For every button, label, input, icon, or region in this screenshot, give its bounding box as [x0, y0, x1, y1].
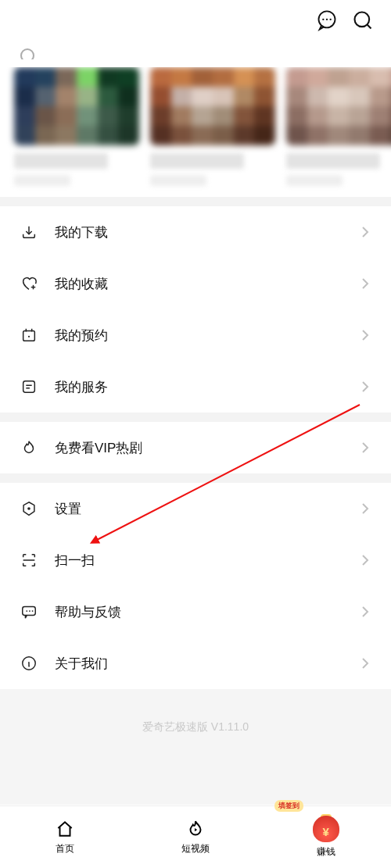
menu-item-label: 免费看VIP热剧 [55, 439, 361, 457]
download-icon [20, 223, 38, 241]
tab-earn-money[interactable]: ¥ 填签到 赚钱 [260, 806, 391, 868]
chat-dots-icon [20, 603, 38, 620]
chevron-right-icon [361, 605, 369, 618]
menu-my-services[interactable]: 我的服务 [0, 361, 391, 413]
svg-point-4 [355, 13, 370, 27]
menu-item-label: 我的预约 [55, 327, 361, 345]
menu-my-favorites[interactable]: 我的收藏 [0, 258, 391, 309]
chevron-right-icon [361, 502, 369, 515]
calendar-icon [20, 327, 38, 344]
chat-icon[interactable] [316, 9, 338, 34]
menu-about-us[interactable]: 关于我们 [0, 638, 391, 689]
svg-point-2 [326, 19, 328, 20]
chevron-right-icon [361, 277, 369, 290]
menu-group-1: 我的下载 我的收藏 我的预约 我的服务 [0, 206, 391, 413]
menu-item-label: 我的下载 [55, 223, 361, 241]
earn-badge: 填签到 [274, 800, 303, 812]
svg-point-11 [29, 610, 30, 612]
menu-item-label: 关于我们 [55, 655, 361, 673]
top-bar [0, 0, 391, 44]
flame-icon [20, 439, 38, 456]
menu-item-label: 帮助与反馈 [55, 603, 361, 621]
menu-help-feedback[interactable]: 帮助与反馈 [0, 586, 391, 638]
tab-short-video[interactable]: 短视频 [131, 806, 261, 868]
chevron-right-icon [361, 380, 369, 393]
menu-group-3: 设置 扫一扫 帮助与反馈 关于我们 [0, 483, 391, 689]
heart-plus-icon [20, 275, 38, 292]
hex-gear-icon [20, 500, 38, 517]
svg-point-10 [26, 610, 27, 612]
version-text: 爱奇艺极速版 V1.11.0 [0, 689, 391, 805]
chevron-right-icon [361, 226, 369, 238]
menu-my-reservations[interactable]: 我的预约 [0, 309, 391, 361]
menu-my-downloads[interactable]: 我的下载 [0, 206, 391, 258]
menu-item-label: 我的服务 [55, 378, 361, 396]
svg-rect-7 [23, 381, 35, 393]
list-box-icon [20, 378, 38, 395]
section-header-partial [0, 44, 391, 59]
thumb-card[interactable] [14, 67, 139, 186]
svg-point-3 [330, 19, 332, 20]
menu-item-label: 设置 [55, 500, 361, 518]
info-icon [20, 655, 38, 672]
svg-point-6 [28, 336, 30, 338]
tab-label: 短视频 [181, 842, 210, 855]
menu-settings[interactable]: 设置 [0, 483, 391, 534]
scan-icon [20, 552, 38, 569]
home-icon [55, 819, 75, 839]
svg-point-8 [27, 507, 30, 510]
menu-item-label: 扫一扫 [55, 552, 361, 570]
chevron-right-icon [361, 441, 369, 454]
menu-group-2: 免费看VIP热剧 [0, 422, 391, 473]
bottom-tab-bar: 首页 短视频 ¥ 填签到 赚钱 [0, 805, 391, 868]
tab-label: 首页 [56, 842, 74, 855]
menu-free-vip[interactable]: 免费看VIP热剧 [0, 422, 391, 473]
tab-home[interactable]: 首页 [0, 806, 131, 868]
flame-play-icon [185, 819, 206, 839]
chevron-right-icon [361, 329, 369, 341]
search-icon[interactable] [352, 9, 374, 34]
svg-point-12 [32, 610, 34, 612]
money-bag-icon: ¥ [313, 816, 339, 842]
menu-scan[interactable]: 扫一扫 [0, 534, 391, 586]
svg-point-1 [322, 19, 324, 20]
history-thumbnails[interactable] [0, 67, 391, 197]
menu-item-label: 我的收藏 [55, 275, 361, 293]
tab-label: 赚钱 [317, 845, 335, 859]
thumb-card[interactable] [150, 67, 275, 186]
chevron-right-icon [361, 554, 369, 566]
chevron-right-icon [361, 657, 369, 670]
thumb-card[interactable] [286, 67, 391, 186]
